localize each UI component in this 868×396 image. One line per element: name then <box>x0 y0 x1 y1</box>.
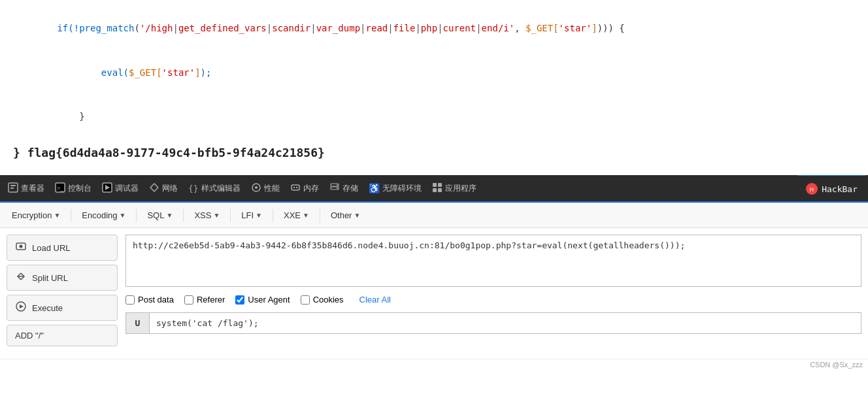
menu-sql[interactable]: SQL ▼ <box>141 208 179 223</box>
menu-xxe[interactable]: XXE ▼ <box>277 208 316 223</box>
devtools-inspector-label: 查看器 <box>21 183 44 194</box>
menu-divider-4 <box>230 209 231 222</box>
referer-checkbox[interactable] <box>184 295 193 305</box>
flag-line: } flag{6d4da4a8-9177-49c4-bfb5-9f4a24c21… <box>13 144 855 163</box>
url-input[interactable]: http://c2e6eb5d-5ab9-4ab3-9442-6b8f35b84… <box>125 235 861 287</box>
code-line-3: } <box>13 94 855 138</box>
add-slash-button[interactable]: ADD "/" <box>7 325 118 346</box>
post-data-checkbox-label[interactable]: Post data <box>125 295 174 305</box>
split-url-icon <box>15 271 27 285</box>
svg-rect-17 <box>438 183 442 187</box>
split-url-button[interactable]: Split URL <box>7 265 118 291</box>
svg-point-15 <box>337 188 338 189</box>
devtools-memory[interactable]: 内存 <box>285 175 324 202</box>
style-editor-icon: {} <box>188 184 199 193</box>
code-line-1: if(!preg_match('/high|get_defined_vars|s… <box>13 7 855 50</box>
menu-divider-3 <box>183 209 184 222</box>
encoding-label: Encoding <box>82 210 117 220</box>
user-agent-label: User Agent <box>248 295 290 305</box>
load-url-button[interactable]: Load URL <box>7 235 118 261</box>
svg-rect-11 <box>296 187 297 188</box>
hackbar-main-content: Load URL Split URL Execute ADD "/" http:… <box>0 228 868 359</box>
menu-other[interactable]: Other ▼ <box>324 208 367 223</box>
cookies-checkbox-label[interactable]: Cookies <box>301 295 344 305</box>
devtools-network-label: 网络 <box>162 183 178 194</box>
referer-label: Referer <box>197 295 225 305</box>
svg-marker-25 <box>20 305 24 308</box>
code-area: if(!preg_match('/high|get_defined_vars|s… <box>0 0 868 175</box>
xss-label: XSS <box>194 210 211 220</box>
ua-input[interactable] <box>149 312 861 334</box>
svg-rect-2 <box>10 188 14 189</box>
menu-lfi[interactable]: LFI ▼ <box>235 208 269 223</box>
devtools-accessibility[interactable]: ♿ 无障碍环境 <box>363 175 427 202</box>
post-data-label: Post data <box>138 295 174 305</box>
lfi-label: LFI <box>241 210 254 220</box>
right-content-panel: http://c2e6eb5d-5ab9-4ab3-9442-6b8f35b84… <box>125 235 861 352</box>
menu-encryption[interactable]: Encryption ▼ <box>5 208 67 223</box>
load-url-icon <box>15 240 27 255</box>
xss-arrow-icon: ▼ <box>213 212 220 219</box>
menu-divider-5 <box>273 209 273 222</box>
svg-rect-10 <box>293 187 295 188</box>
svg-rect-16 <box>433 183 437 187</box>
devtools-console[interactable]: >_ 控制台 <box>50 175 97 202</box>
encoding-arrow-icon: ▼ <box>120 212 126 219</box>
left-buttons-panel: Load URL Split URL Execute ADD "/" <box>7 235 118 352</box>
devtools-network[interactable]: 网络 <box>144 175 183 202</box>
referer-checkbox-label[interactable]: Referer <box>184 295 225 305</box>
other-arrow-icon: ▼ <box>354 212 360 219</box>
devtools-memory-label: 内存 <box>303 183 319 194</box>
svg-rect-9 <box>292 185 299 190</box>
devtools-app-label: 应用程序 <box>445 183 476 194</box>
menu-bar: Encryption ▼ Encoding ▼ SQL ▼ XSS ▼ LFI … <box>0 203 868 228</box>
debugger-icon <box>102 182 112 195</box>
user-agent-checkbox-label[interactable]: User Agent <box>235 295 290 305</box>
cookies-label: Cookies <box>313 295 344 305</box>
devtools-storage[interactable]: 存储 <box>324 175 363 202</box>
user-agent-checkbox[interactable] <box>235 295 244 305</box>
code-line-2: eval($_GET['star']); <box>13 50 855 94</box>
devtools-debugger-label: 调试器 <box>115 183 139 194</box>
devtools-storage-label: 存储 <box>342 183 358 194</box>
ua-label: U <box>125 312 149 334</box>
svg-rect-19 <box>438 188 442 192</box>
add-slash-label: ADD "/" <box>15 331 44 340</box>
svg-rect-18 <box>433 188 437 192</box>
hackbar-panel: Encryption ▼ Encoding ▼ SQL ▼ XSS ▼ LFI … <box>0 203 868 371</box>
checkboxes-row: Post data Referer User Agent Cookies Cle… <box>125 293 861 306</box>
post-data-checkbox[interactable] <box>125 295 135 305</box>
app-icon <box>432 182 442 195</box>
menu-encoding[interactable]: Encoding ▼ <box>75 208 132 223</box>
devtools-inspector[interactable]: 查看器 <box>3 175 50 202</box>
encryption-label: Encryption <box>12 210 52 220</box>
user-agent-row: U <box>125 312 861 334</box>
devtools-style-editor-label: 样式编辑器 <box>201 183 241 194</box>
cookies-checkbox[interactable] <box>301 295 310 305</box>
devtools-console-label: 控制台 <box>68 183 92 194</box>
load-url-label: Load URL <box>32 243 71 253</box>
devtools-debugger[interactable]: 调试器 <box>97 175 144 202</box>
devtools-style-editor[interactable]: {} 样式编辑器 <box>183 175 246 202</box>
other-label: Other <box>331 210 352 220</box>
hackbar-icon: H <box>806 183 818 195</box>
clear-all-button[interactable]: Clear All <box>357 293 393 306</box>
hackbar-label: HackBar <box>822 184 858 194</box>
devtools-performance[interactable]: 性能 <box>246 175 285 202</box>
hackbar-tab[interactable]: H HackBar <box>798 175 865 202</box>
accessibility-icon: ♿ <box>369 183 380 193</box>
svg-point-23 <box>20 245 23 248</box>
sql-arrow-icon: ▼ <box>166 212 173 219</box>
inspector-icon <box>8 182 18 195</box>
xxe-label: XXE <box>284 210 301 220</box>
network-icon <box>149 182 159 195</box>
bottom-bar: CSDN @Sx_zzz <box>0 359 868 371</box>
svg-point-14 <box>337 184 338 186</box>
devtools-app[interactable]: 应用程序 <box>427 175 482 202</box>
execute-label: Execute <box>32 303 63 313</box>
menu-xss[interactable]: XSS ▼ <box>188 208 226 223</box>
execute-icon <box>15 301 27 315</box>
execute-button[interactable]: Execute <box>7 295 118 321</box>
svg-point-8 <box>255 186 258 189</box>
devtools-accessibility-label: 无障碍环境 <box>382 183 422 194</box>
